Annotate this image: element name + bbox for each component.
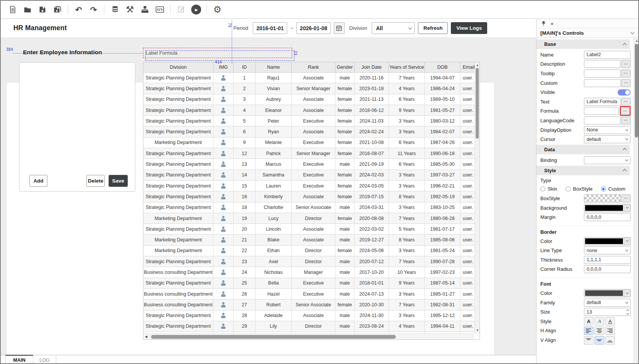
selected-label-control[interactable]: Label Formula — [143, 48, 292, 58]
table-row[interactable]: Strategic Planning Department 13 Marcus … — [143, 159, 480, 170]
languagecode-input[interactable] — [584, 116, 621, 125]
background-color-select[interactable] — [584, 204, 631, 212]
valign-top-button[interactable] — [584, 336, 593, 345]
settings-icon[interactable]: ⚙ — [211, 3, 224, 16]
period-to-input[interactable] — [296, 22, 331, 34]
col-header-years[interactable]: Years of Service — [389, 62, 425, 72]
division-select[interactable]: All — [372, 22, 415, 34]
margin-input[interactable] — [584, 213, 631, 221]
scroll-down-icon[interactable]: ▼ — [475, 328, 480, 333]
table-row[interactable]: Strategic Planning Department 25 Bella E… — [143, 278, 480, 289]
font-family-select[interactable]: default — [584, 299, 631, 307]
add-button[interactable]: Add — [29, 175, 47, 187]
panel-scroll-thumb[interactable] — [635, 44, 638, 138]
radio-skin[interactable] — [540, 186, 545, 191]
table-row[interactable]: Strategic Planning Department 5 Peter Ex… — [143, 116, 480, 126]
table-row[interactable]: Strategic Planning Department 3 Aubrey A… — [143, 94, 480, 105]
step-down-icon[interactable] — [626, 312, 629, 315]
grid-horizontal-scrollbar[interactable]: ◀ — [143, 333, 475, 340]
valign-bottom-button[interactable] — [605, 336, 615, 345]
underline-button[interactable]: A — [605, 317, 615, 325]
table-row[interactable]: Strategic Planning Department 12 Patrick… — [143, 148, 480, 159]
vertical-scroll-thumb[interactable] — [476, 68, 479, 139]
table-row[interactable]: Marketing Department 9 Melanie Executive… — [143, 138, 480, 148]
bold-button[interactable]: A — [584, 317, 593, 325]
table-row[interactable]: Strategic Planning Department 29 Lily Di… — [143, 321, 480, 332]
thickness-input[interactable] — [584, 256, 631, 264]
corner-radius-input[interactable] — [584, 265, 631, 273]
formula-input[interactable] — [584, 107, 619, 115]
align-left-button[interactable] — [584, 327, 593, 335]
table-row[interactable]: Strategic Planning Department 20 Lincoln… — [143, 224, 480, 235]
open-folder-icon[interactable] — [21, 3, 34, 16]
tab-log[interactable]: LOG — [33, 355, 56, 364]
align-center-button[interactable] — [595, 327, 604, 335]
font-color-select[interactable] — [584, 289, 631, 297]
horizontal-scroll-thumb[interactable] — [151, 335, 396, 339]
description-input[interactable] — [584, 60, 621, 68]
custom-input[interactable] — [584, 79, 621, 87]
col-header-rank[interactable]: Rank — [292, 62, 335, 72]
font-size-stepper[interactable]: 13 — [584, 308, 631, 316]
save-button[interactable]: Save — [109, 175, 128, 187]
tab-main[interactable]: MAIN — [5, 355, 33, 364]
undo-icon[interactable]: ↶ — [72, 3, 85, 16]
pin-icon[interactable] — [541, 21, 546, 26]
table-row[interactable]: Business consulting Department 26 Hazel … — [143, 289, 480, 299]
database-icon[interactable] — [109, 3, 121, 16]
name-input[interactable] — [584, 51, 631, 59]
build-tools-icon[interactable]: ⚒ — [124, 3, 136, 16]
table-row[interactable]: Marketing Department 21 Blake Associate … — [143, 235, 480, 245]
table-row[interactable]: Strategic Planning Department 4 Eleanor … — [143, 105, 480, 116]
panel-title-bar[interactable]: [MAIN]'s Controls — [537, 28, 639, 38]
col-header-gender[interactable]: Gender — [335, 62, 354, 72]
col-header-division[interactable]: Division — [143, 62, 213, 72]
formula-ellipsis-button[interactable]: ··· — [621, 107, 630, 115]
table-row[interactable]: Strategic Planning Department 2 Vivian S… — [143, 83, 480, 94]
table-row[interactable]: Strategic Planning Department 14 Samanth… — [143, 170, 480, 181]
table-row[interactable]: Strategic Planning Department 23 Axel Di… — [143, 256, 480, 267]
dropdown-button[interactable] — [624, 290, 630, 297]
col-header-dob[interactable]: DOB — [425, 62, 460, 72]
ellipsis-button[interactable]: ··· — [621, 98, 631, 106]
collapse-panel-icon[interactable]: » — [551, 21, 553, 26]
visible-toggle[interactable] — [618, 89, 631, 95]
delete-button[interactable]: Delete — [86, 175, 105, 187]
table-row[interactable]: Strategic Planning Department 18 Charlot… — [143, 202, 480, 213]
table-row[interactable]: Business consulting Department 24 Nichol… — [143, 267, 480, 278]
align-right-button[interactable] — [605, 327, 615, 335]
ellipsis-button[interactable]: ··· — [621, 194, 631, 202]
radio-custom[interactable] — [601, 186, 606, 191]
run-icon[interactable]: ▶ — [190, 3, 202, 16]
source-code-icon[interactable] — [153, 3, 166, 16]
view-logs-button[interactable]: View Logs — [451, 22, 487, 34]
displayoption-select[interactable]: None — [584, 126, 631, 134]
italic-button[interactable]: A — [595, 317, 604, 325]
ellipsis-button[interactable]: ··· — [621, 79, 631, 87]
table-row[interactable]: Business consulting Department 27 Robert… — [143, 299, 480, 310]
boxstyle-swatch[interactable] — [584, 194, 621, 202]
table-row[interactable]: Marketing Department 19 Lucy Director fe… — [143, 213, 480, 224]
linetype-select[interactable]: none — [584, 246, 631, 254]
dropdown-button[interactable] — [624, 238, 630, 245]
grid-vertical-scrollbar[interactable]: ▲ ▼ — [475, 62, 480, 333]
radio-boxstyle[interactable] — [566, 186, 571, 191]
dropdown-button[interactable] — [624, 204, 630, 212]
scroll-up-icon[interactable]: ▲ — [475, 63, 480, 68]
panel-scrollbar[interactable]: ▲ — [634, 38, 639, 364]
table-row[interactable]: Strategic Planning Department 15 Lauren … — [143, 181, 480, 191]
valign-middle-button[interactable] — [595, 336, 604, 345]
text-input[interactable] — [584, 98, 621, 106]
ellipsis-button[interactable]: ··· — [621, 60, 631, 68]
sitemap-icon[interactable] — [138, 3, 151, 16]
binding-select[interactable] — [584, 156, 631, 164]
step-up-icon[interactable] — [626, 309, 629, 312]
ellipsis-button[interactable]: ··· — [621, 116, 631, 125]
redo-icon[interactable]: ↷ — [87, 3, 100, 16]
cursor-select[interactable]: default — [584, 135, 631, 143]
col-header-id[interactable]: ID — [234, 62, 255, 72]
scroll-left-icon[interactable]: ◀ — [145, 335, 147, 339]
period-from-input[interactable] — [253, 22, 287, 34]
section-data[interactable]: Data — [537, 145, 630, 154]
ellipsis-button[interactable]: ··· — [621, 70, 631, 78]
